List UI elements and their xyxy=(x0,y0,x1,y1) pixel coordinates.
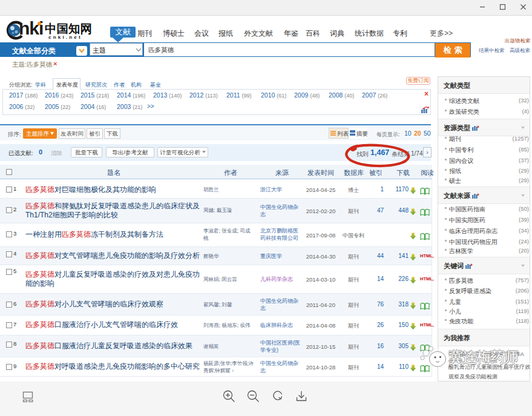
svg-text:': ' xyxy=(430,303,430,307)
svg-text:': ' xyxy=(430,188,430,192)
svg-text:': ' xyxy=(430,209,430,213)
svg-text:': ' xyxy=(430,233,430,237)
